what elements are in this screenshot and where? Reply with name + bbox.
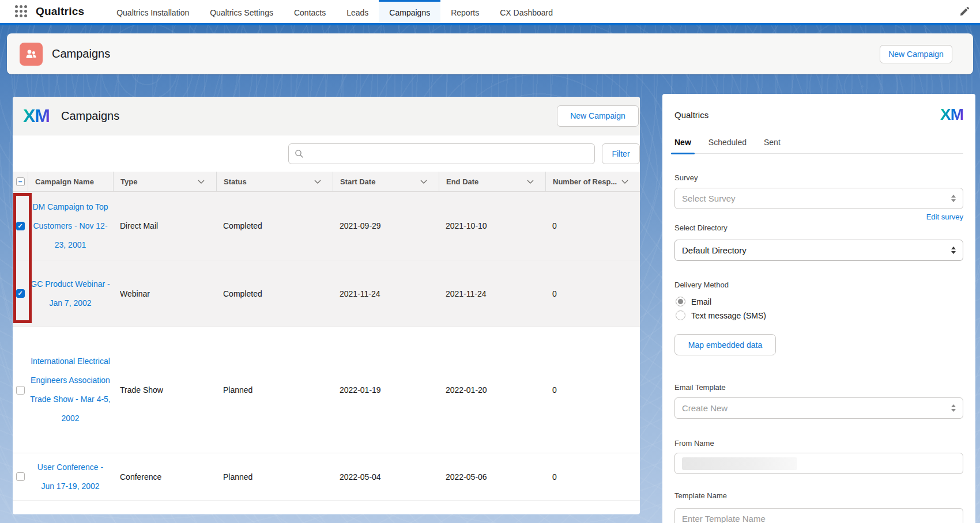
new-campaign-button-header[interactable]: New Campaign (880, 45, 952, 63)
cell-type: Webinar (113, 260, 216, 327)
nav-tabs: Qualtrics Installation Qualtrics Setting… (106, 0, 563, 23)
email-template-dropdown[interactable]: Create New (674, 397, 963, 419)
email-radio-label: Email (691, 297, 711, 306)
page-header-card: Campaigns New Campaign (7, 33, 973, 74)
chevron-down-icon (621, 180, 628, 184)
nav-tab-leads[interactable]: Leads (336, 0, 379, 23)
sms-radio[interactable] (676, 310, 685, 320)
cell-end-date: 2022-01-20 (439, 327, 545, 453)
email-template-label: Email Template (674, 383, 963, 392)
chevron-down-icon (314, 180, 321, 184)
select-all-checkbox[interactable]: – (16, 177, 25, 186)
nav-accent-bar (0, 23, 980, 25)
campaigns-panel: XM Campaigns New Campaign Filter – Campa… (13, 97, 640, 514)
cell-end-date: 2022-05-06 (439, 453, 545, 500)
cell-status: Planned (216, 453, 333, 500)
column-header-campaign-name[interactable]: Campaign Name (28, 172, 113, 191)
cell-status: Completed (216, 192, 333, 260)
search-band: Filter (13, 135, 640, 172)
row-checkbox[interactable]: ✓ (16, 222, 25, 230)
cell-responses: 0 (545, 453, 640, 500)
search-icon (295, 149, 304, 158)
sidebar-tabs: New Scheduled Sent (674, 138, 963, 154)
nav-tab-cx-dashboard[interactable]: CX Dashboard (489, 0, 563, 23)
cell-end-date: 2021-11-24 (439, 260, 545, 327)
pencil-icon[interactable] (959, 6, 970, 17)
row-checkbox[interactable] (16, 386, 25, 395)
nav-tab-qualtrics-installation[interactable]: Qualtrics Installation (106, 0, 199, 23)
cell-type: Conference (113, 453, 216, 500)
template-name-label: Template Name (674, 491, 963, 500)
sidebar-brand: Qualtrics (674, 110, 708, 120)
sidebar-tab-new[interactable]: New (674, 138, 691, 153)
stepper-icon (951, 195, 956, 202)
campaign-name-link[interactable]: International Electrical Engineers Assoc… (30, 352, 111, 428)
cell-responses: 0 (545, 260, 640, 327)
table-row: ✓ DM Campaign to Top Customers - Nov 12-… (13, 192, 640, 260)
map-embedded-data-button[interactable]: Map embedded data (674, 334, 776, 355)
stepper-icon (951, 404, 956, 412)
cell-type: Trade Show (113, 327, 216, 453)
select-directory-label: Select Directory (674, 223, 963, 232)
sms-radio-label: Text message (SMS) (691, 311, 766, 320)
qualtrics-sidebar: Qualtrics XM New Scheduled Sent Survey S… (662, 94, 975, 523)
sidebar-tab-scheduled[interactable]: Scheduled (708, 138, 747, 153)
nav-brand: Qualtrics (36, 5, 84, 18)
campaign-name-link[interactable]: GC Product Webinar - Jan 7, 2002 (30, 275, 111, 313)
cell-end-date: 2021-10-10 (439, 192, 545, 260)
nav-tab-campaigns[interactable]: Campaigns (379, 0, 440, 23)
campaign-name-link[interactable]: User Conference - Jun 17-19, 2002 (30, 458, 111, 496)
chevron-down-icon (527, 180, 534, 184)
edit-survey-link[interactable]: Edit survey (674, 213, 963, 221)
nav-tab-reports[interactable]: Reports (440, 0, 489, 23)
page-background: Qualtrics Qualtrics Installation Qualtri… (0, 0, 980, 523)
cell-type: Direct Mail (113, 192, 216, 260)
campaign-name-link[interactable]: DM Campaign to Top Customers - Nov 12-23… (30, 198, 111, 255)
cell-start-date: 2021-11-24 (333, 260, 439, 327)
template-name-input[interactable] (674, 508, 963, 523)
from-name-input[interactable] (674, 453, 963, 474)
column-header-status[interactable]: Status (216, 172, 333, 191)
column-header-number-of-responses[interactable]: Number of Resp... (545, 172, 640, 191)
filter-button[interactable]: Filter (602, 143, 640, 164)
cell-start-date: 2022-01-19 (333, 327, 439, 453)
cell-responses: 0 (545, 327, 640, 453)
campaigns-object-icon (20, 43, 43, 66)
cell-responses: 0 (545, 192, 640, 260)
row-checkbox[interactable] (16, 472, 25, 481)
row-checkbox[interactable]: ✓ (16, 289, 25, 298)
email-radio[interactable] (676, 297, 685, 306)
column-header-type[interactable]: Type (113, 172, 216, 191)
table-row: ✓ GC Product Webinar - Jan 7, 2002 Webin… (13, 260, 640, 327)
nav-tab-qualtrics-settings[interactable]: Qualtrics Settings (199, 0, 284, 23)
cell-status: Completed (216, 260, 333, 327)
cell-start-date: 2021-09-29 (333, 192, 439, 260)
survey-label: Survey (674, 173, 963, 182)
new-campaign-button-panel[interactable]: New Campaign (557, 105, 639, 127)
select-directory-dropdown[interactable]: Default Directory (674, 240, 963, 261)
stepper-icon (951, 247, 956, 254)
table-row: User Conference - Jun 17-19, 2002 Confer… (13, 453, 640, 501)
select-survey-dropdown[interactable]: Select Survey (674, 188, 963, 209)
page-title: Campaigns (52, 47, 110, 60)
sidebar-tab-sent[interactable]: Sent (764, 138, 781, 153)
xm-logo: XM (940, 107, 963, 123)
delivery-method-label: Delivery Method (674, 281, 963, 289)
table-header-row: – Campaign Name Type Status Start Date E… (13, 172, 640, 192)
table-row: International Electrical Engineers Assoc… (13, 327, 640, 453)
chevron-down-icon (420, 180, 427, 184)
xm-logo: XM (23, 107, 50, 125)
chevron-down-icon (198, 180, 205, 184)
column-header-start-date[interactable]: Start Date (333, 172, 439, 191)
cell-start-date: 2022-05-04 (333, 453, 439, 500)
app-launcher-icon[interactable] (15, 5, 28, 18)
search-input[interactable] (288, 143, 595, 164)
campaigns-panel-title: Campaigns (61, 109, 119, 123)
campaigns-panel-header: XM Campaigns New Campaign (13, 97, 640, 135)
cell-status: Planned (216, 327, 333, 453)
table-empty-area (13, 501, 640, 514)
nav-tab-contacts[interactable]: Contacts (284, 0, 336, 23)
column-header-end-date[interactable]: End Date (439, 172, 545, 191)
top-nav: Qualtrics Qualtrics Installation Qualtri… (0, 0, 980, 23)
redacted-value (682, 457, 797, 470)
